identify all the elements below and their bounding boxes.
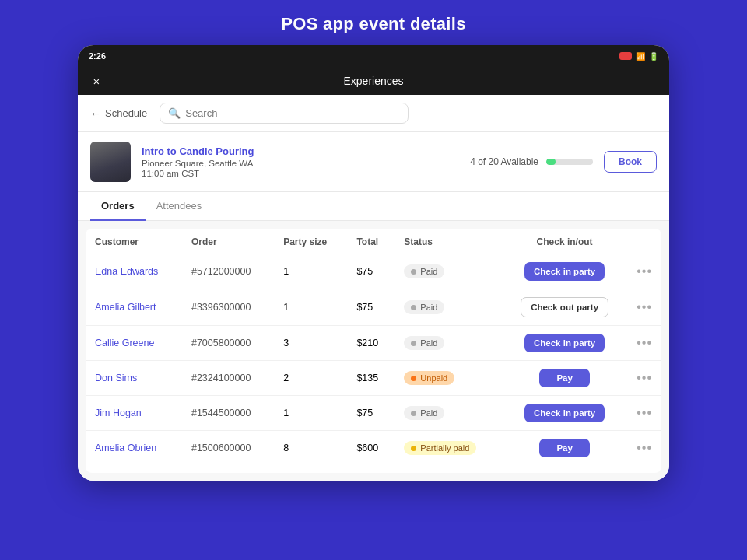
status-bar: 2:26 📶 🔋 bbox=[78, 45, 669, 67]
pay-button[interactable]: Pay bbox=[539, 439, 589, 457]
order-number: #5712000000 bbox=[182, 254, 274, 289]
event-row: Intro to Candle Pouring Pioneer Square, … bbox=[78, 132, 669, 192]
check-in-button[interactable]: Check in party bbox=[524, 404, 605, 422]
col-more bbox=[627, 229, 661, 254]
more-options-button[interactable]: ••• bbox=[637, 264, 652, 278]
check-in-button[interactable]: Check in party bbox=[524, 334, 605, 352]
status-time: 2:26 bbox=[89, 51, 106, 61]
total: $210 bbox=[347, 326, 395, 361]
total: $75 bbox=[347, 396, 395, 431]
availability-text: 4 of 20 Available bbox=[470, 156, 538, 167]
col-customer: Customer bbox=[86, 229, 182, 254]
customer-link[interactable]: Jim Hogan bbox=[95, 408, 142, 418]
col-party-size: Party size bbox=[274, 229, 347, 254]
table-row: Callie Greene#70058000003$210PaidCheck i… bbox=[86, 326, 661, 361]
back-arrow-icon: ← bbox=[90, 107, 101, 120]
total: $135 bbox=[347, 361, 395, 396]
pay-button[interactable]: Pay bbox=[539, 369, 589, 387]
tab-orders[interactable]: Orders bbox=[90, 192, 146, 221]
col-order: Order bbox=[182, 229, 274, 254]
event-availability: 4 of 20 Available bbox=[470, 156, 593, 167]
page-title: POS app event details bbox=[281, 14, 465, 34]
party-size: 1 bbox=[274, 396, 347, 431]
status-badge: Paid bbox=[404, 406, 444, 420]
more-cell: ••• bbox=[627, 396, 661, 431]
customer-link[interactable]: Amelia Obrien bbox=[95, 443, 156, 453]
customer-link[interactable]: Don Sims bbox=[95, 373, 137, 383]
table-row: Edna Edwards#57120000001$75PaidCheck in … bbox=[86, 254, 661, 289]
order-number: #7005800000 bbox=[182, 326, 274, 361]
more-options-button[interactable]: ••• bbox=[637, 336, 652, 350]
search-row: ← Schedule 🔍 bbox=[78, 95, 669, 132]
more-cell: ••• bbox=[627, 254, 661, 289]
more-options-button[interactable]: ••• bbox=[637, 441, 652, 455]
check-out-button[interactable]: Check out party bbox=[521, 297, 608, 317]
order-number: #3396300000 bbox=[182, 289, 274, 326]
status-cell: Paid bbox=[395, 289, 502, 326]
action-cell: Check in party bbox=[502, 326, 627, 361]
content-area: ← Schedule 🔍 Intro to Candle Pouring Pio… bbox=[78, 95, 669, 481]
record-icon bbox=[619, 52, 632, 60]
tab-attendees[interactable]: Attendees bbox=[146, 192, 213, 221]
status-cell: Paid bbox=[395, 254, 502, 289]
back-link[interactable]: ← Schedule bbox=[90, 107, 147, 120]
customer-link[interactable]: Edna Edwards bbox=[95, 266, 158, 277]
event-title[interactable]: Intro to Candle Pouring bbox=[142, 145, 459, 157]
search-icon: 🔍 bbox=[168, 107, 181, 119]
customer-link[interactable]: Callie Greene bbox=[95, 338, 154, 348]
status-badge: Partially paid bbox=[404, 441, 476, 455]
event-time: 11:00 am CST bbox=[142, 169, 459, 178]
col-total: Total bbox=[347, 229, 395, 254]
customer-link[interactable]: Amelia Gilbert bbox=[95, 302, 156, 313]
battery-icon: 🔋 bbox=[649, 52, 658, 61]
wifi-icon: 📶 bbox=[636, 52, 645, 61]
status-cell: Paid bbox=[395, 326, 502, 361]
search-box[interactable]: 🔍 bbox=[160, 103, 409, 124]
table-row: Amelia Obrien#15006000008$600Partially p… bbox=[86, 431, 661, 466]
order-number: #1544500000 bbox=[182, 396, 274, 431]
party-size: 1 bbox=[274, 289, 347, 326]
more-cell: ••• bbox=[627, 326, 661, 361]
search-input[interactable] bbox=[185, 107, 400, 119]
status-badge: Unpaid bbox=[404, 371, 454, 385]
top-nav: × Experiences bbox=[78, 67, 669, 95]
status-icons: 📶 🔋 bbox=[619, 52, 658, 61]
col-status: Status bbox=[395, 229, 502, 254]
availability-progress bbox=[546, 159, 593, 165]
more-cell: ••• bbox=[627, 289, 661, 326]
orders-table: Customer Order Party size Total Status C… bbox=[86, 229, 661, 465]
check-in-button[interactable]: Check in party bbox=[524, 262, 605, 281]
status-badge: Paid bbox=[404, 336, 444, 350]
more-options-button[interactable]: ••• bbox=[637, 371, 652, 385]
action-cell: Pay bbox=[502, 431, 627, 466]
status-badge: Paid bbox=[404, 264, 444, 278]
action-cell: Check out party bbox=[502, 289, 627, 326]
order-number: #2324100000 bbox=[182, 361, 274, 396]
action-cell: Pay bbox=[502, 361, 627, 396]
close-button[interactable]: × bbox=[89, 73, 104, 89]
more-options-button[interactable]: ••• bbox=[637, 300, 652, 314]
party-size: 1 bbox=[274, 254, 347, 289]
back-label: Schedule bbox=[105, 107, 147, 119]
table-row: Don Sims#23241000002$135UnpaidPay••• bbox=[86, 361, 661, 396]
device-frame: 2:26 📶 🔋 × Experiences ← Schedule 🔍 bbox=[78, 45, 669, 481]
status-badge: Paid bbox=[404, 300, 444, 314]
book-button[interactable]: Book bbox=[604, 151, 657, 173]
status-cell: Paid bbox=[395, 396, 502, 431]
tabs-row: Orders Attendees bbox=[78, 192, 669, 221]
total: $75 bbox=[347, 254, 395, 289]
status-cell: Partially paid bbox=[395, 431, 502, 466]
progress-fill bbox=[546, 159, 556, 165]
event-location: Pioneer Square, Seattle WA bbox=[142, 159, 459, 168]
event-details: Intro to Candle Pouring Pioneer Square, … bbox=[142, 145, 459, 178]
party-size: 8 bbox=[274, 431, 347, 466]
action-cell: Check in party bbox=[502, 396, 627, 431]
table-row: Amelia Gilbert#33963000001$75PaidCheck o… bbox=[86, 289, 661, 326]
event-thumbnail bbox=[90, 142, 131, 182]
party-size: 3 bbox=[274, 326, 347, 361]
more-options-button[interactable]: ••• bbox=[637, 406, 652, 420]
status-cell: Unpaid bbox=[395, 361, 502, 396]
total: $600 bbox=[347, 431, 395, 466]
order-number: #1500600000 bbox=[182, 431, 274, 466]
more-cell: ••• bbox=[627, 431, 661, 466]
